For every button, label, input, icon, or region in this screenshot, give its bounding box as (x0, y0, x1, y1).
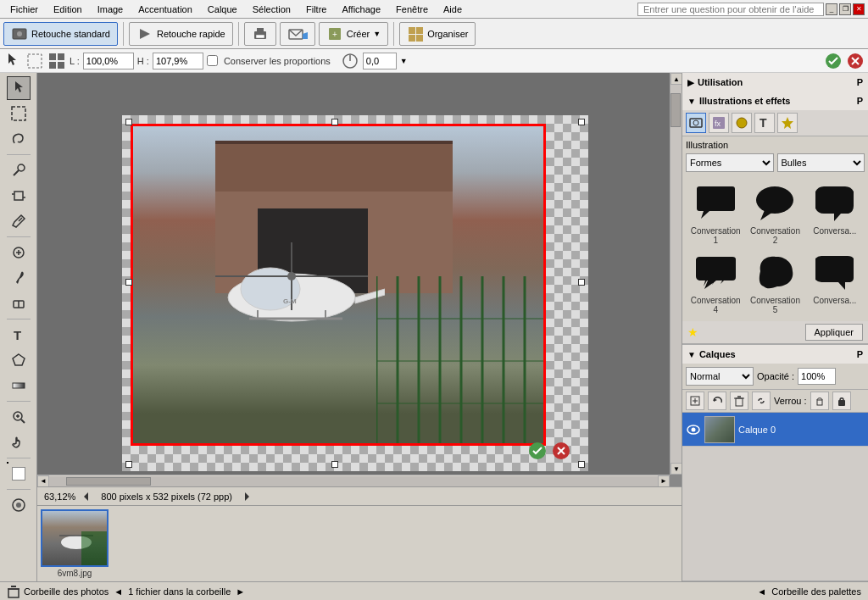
help-search-input[interactable] (637, 3, 824, 16)
layers-header[interactable]: ▼ Calques P (682, 345, 868, 364)
trash-area[interactable]: Corbeille des photos (7, 585, 108, 598)
healing-tool[interactable] (7, 241, 31, 264)
illus-shapes-btn[interactable] (732, 113, 752, 133)
scroll-up-button[interactable]: ▲ (670, 73, 682, 85)
layer-undo-btn[interactable] (708, 392, 726, 410)
layer-trash-btn[interactable] (730, 392, 748, 410)
transform-handle-bc[interactable] (331, 461, 338, 468)
shape-conv5[interactable]: Conversation 5 (747, 250, 803, 316)
illustrations-pin-icon[interactable]: P (857, 96, 863, 106)
menu-fichier[interactable]: Fichier (3, 3, 45, 16)
retouche-standard-button[interactable]: Retouche standard (3, 22, 118, 46)
menu-fenetre[interactable]: Fenêtre (389, 3, 435, 16)
menu-image[interactable]: Image (91, 3, 131, 16)
apply-button[interactable]: Appliquer (805, 324, 863, 341)
menu-calque[interactable]: Calque (201, 3, 244, 16)
brush-tool[interactable] (7, 266, 31, 290)
email-button[interactable] (280, 22, 315, 46)
blend-mode-select[interactable]: Normal (686, 367, 754, 386)
l-input[interactable] (83, 53, 134, 69)
shape-conv3[interactable]: Conversa... (807, 181, 863, 247)
crop-tool[interactable] (7, 184, 31, 208)
layer-name[interactable]: Calque 0 (738, 425, 865, 435)
create-button[interactable]: + Créer ▼ (319, 22, 388, 46)
canvas-scroll[interactable]: ▲ ▼ (37, 73, 682, 475)
illus-favorites-btn[interactable] (777, 113, 798, 133)
eraser-tool[interactable] (7, 292, 31, 315)
shape-conv6[interactable]: Conversa... (807, 250, 863, 316)
proportions-checkbox[interactable] (207, 55, 218, 66)
gradient-tool[interactable] (7, 374, 31, 397)
illus-effects-btn[interactable]: fx (709, 113, 729, 133)
scroll-left-button[interactable]: ◄ (37, 475, 49, 487)
transform-handle-mr[interactable] (578, 279, 585, 286)
hand-tool[interactable] (7, 431, 31, 454)
quick-mask-tool[interactable] (7, 493, 31, 517)
favorites-star-icon[interactable]: ★ (687, 325, 698, 339)
nav-arrow-right-icon[interactable] (239, 491, 251, 503)
transform-handle-tr[interactable] (578, 119, 585, 125)
menu-aide[interactable]: Aide (437, 3, 469, 16)
menu-edition[interactable]: Edition (47, 3, 89, 16)
selection-rect-tool[interactable] (7, 102, 31, 125)
subcategory-select[interactable]: Bulles (777, 153, 865, 172)
illus-text-btn[interactable]: T (754, 113, 775, 133)
opacity-input[interactable] (798, 368, 836, 385)
h-scroll-thumb[interactable] (66, 477, 151, 486)
shape-conv2[interactable]: Conversation 2 (747, 181, 803, 247)
menu-accentuation[interactable]: Accentuation (131, 3, 199, 16)
magic-wand-tool[interactable] (7, 158, 31, 182)
zoom-tool[interactable] (7, 405, 31, 429)
vertical-scrollbar[interactable]: ▲ ▼ (670, 73, 682, 475)
scroll-right-button[interactable]: ► (658, 475, 670, 487)
angle-input[interactable] (363, 53, 397, 69)
layer-chain-btn[interactable] (752, 392, 771, 410)
cancel-icon[interactable] (846, 52, 865, 70)
restore-button[interactable]: ❐ (839, 3, 851, 15)
lasso-tool[interactable] (7, 127, 31, 151)
illustrations-header[interactable]: ▼ Illustrations et effets P (682, 92, 868, 110)
layers-pin-icon[interactable]: P (857, 349, 863, 359)
print-button[interactable] (244, 22, 276, 46)
organize-button[interactable]: Organiser (399, 22, 476, 46)
transform-handle-tc[interactable] (331, 119, 338, 125)
eyedropper-tool[interactable] (7, 209, 31, 233)
text-tool[interactable]: T (7, 323, 31, 347)
custom-shape-tool[interactable] (7, 348, 31, 372)
transform-cancel-button[interactable] (551, 441, 571, 461)
thumbnail-image[interactable] (41, 509, 108, 567)
left-arrow-icon[interactable]: ◄ (114, 586, 123, 597)
retouche-rapide-button[interactable]: Retouche rapide (129, 22, 233, 46)
menu-selection[interactable]: Sélection (246, 3, 298, 16)
layer-row-0[interactable]: Calque 0 (682, 413, 868, 447)
transform-handle-tl[interactable] (125, 119, 132, 125)
h-input[interactable] (153, 53, 203, 69)
svg-marker-26 (15, 81, 23, 92)
shape-conv4[interactable]: Conversation 4 (687, 250, 743, 316)
confirm-icon[interactable] (824, 52, 843, 70)
lock-position-btn[interactable] (810, 392, 829, 410)
utilisation-header[interactable]: ▶ Utilisation P (682, 73, 868, 92)
shape-conv1[interactable]: Conversation 1 (687, 181, 743, 247)
menu-filtre[interactable]: Filtre (299, 3, 333, 16)
move-tool[interactable] (7, 76, 31, 100)
minimize-button[interactable]: _ (826, 3, 837, 15)
scroll-down-button[interactable]: ▼ (670, 463, 682, 475)
scroll-thumb[interactable] (670, 93, 681, 127)
category-select[interactable]: Formes (686, 153, 774, 172)
menu-affichage[interactable]: Affichage (335, 3, 387, 16)
layer-new-btn[interactable] (686, 392, 704, 410)
transform-handle-br[interactable] (578, 461, 585, 468)
foreground-color[interactable] (7, 462, 31, 486)
right-arrow-icon[interactable]: ► (236, 586, 245, 597)
lock-all-btn[interactable] (832, 392, 851, 410)
transform-confirm-button[interactable] (527, 441, 548, 461)
illus-photo-btn[interactable] (686, 113, 706, 133)
utilisation-pin-icon[interactable]: P (857, 77, 863, 87)
layer-visibility-icon[interactable] (686, 422, 701, 437)
close-button[interactable]: ✕ (853, 3, 865, 15)
transform-handle-bl[interactable] (125, 461, 132, 468)
nav-arrow-icon[interactable] (82, 491, 94, 503)
palette-arrow-icon[interactable]: ◄ (757, 586, 766, 597)
transform-handle-ml[interactable] (125, 279, 132, 286)
